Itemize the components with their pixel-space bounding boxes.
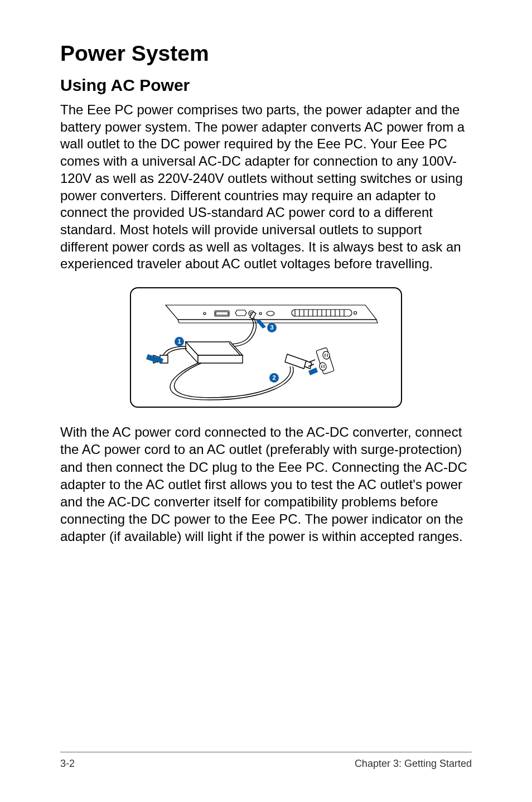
section-subtitle: Using AC Power	[60, 76, 472, 95]
paragraph-2: With the AC power cord connected to the …	[60, 423, 472, 545]
page-number: 3-2	[60, 758, 75, 770]
section-title: Power System	[60, 41, 472, 66]
svg-point-6	[267, 311, 274, 316]
page-footer: 3-2 Chapter 3: Getting Started	[60, 752, 472, 770]
diagram-container: 1 2 3	[60, 287, 472, 408]
svg-rect-1	[216, 312, 228, 315]
svg-point-2	[204, 312, 206, 315]
svg-point-5	[259, 312, 262, 315]
diagram-box: 1 2 3	[130, 287, 402, 408]
power-diagram-svg	[131, 288, 403, 409]
paragraph-1: The Eee PC power comprises two parts, th…	[60, 102, 472, 273]
svg-line-24	[309, 360, 315, 362]
svg-point-20	[354, 312, 357, 315]
chapter-label: Chapter 3: Getting Started	[355, 758, 472, 770]
